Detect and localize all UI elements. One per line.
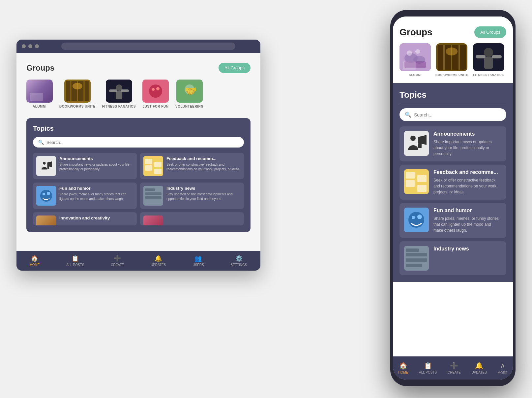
desktop-all-groups-button[interactable]: All Groups	[219, 63, 251, 73]
mobile-topic-fun[interactable]: Fun and humor Share jokes, memes, or fun…	[399, 203, 506, 238]
mobile-topic-announcements-desc: Share important news or updates about yo…	[433, 139, 502, 157]
desktop-group-bookworms-img	[64, 80, 91, 103]
desktop-nav-create[interactable]: ➕ CREATE	[111, 255, 124, 267]
desktop-topic-misc[interactable]	[140, 212, 244, 225]
desktop-topic-industry[interactable]: Industry news Stay updated on the latest…	[140, 182, 244, 209]
svg-rect-58	[417, 185, 427, 192]
svg-rect-55	[406, 172, 415, 179]
mobile-topic-industry-img	[404, 246, 429, 271]
desktop-group-fitness[interactable]: FITNESS FANATICS	[102, 80, 136, 108]
desktop-topic-misc-img	[143, 216, 163, 225]
mobile-topic-feedback[interactable]: Feedback and recomme... Seek or offer co…	[399, 165, 506, 200]
url-bar[interactable]	[61, 43, 235, 50]
desktop-topics-grid: Announcements Share important news or up…	[33, 153, 244, 225]
desktop-topic-feedback-desc: Seek or offer constructive feedback and …	[166, 162, 241, 172]
mobile-groups-title: Groups	[399, 27, 432, 38]
mobile-nav-updates[interactable]: 🔔 UPDATES	[471, 362, 487, 374]
desktop-nav-home-label: HOME	[30, 263, 40, 267]
desktop-nav-settings[interactable]: ⚙️ SETTINGS	[231, 255, 247, 267]
desktop-nav-updates[interactable]: 🔔 UPDATES	[151, 255, 166, 267]
desktop-nav-home[interactable]: 🏠 HOME	[30, 255, 40, 267]
mobile-groups-section: Groups All Groups	[393, 17, 513, 83]
desktop-topic-feedback-name: Feedback and recomm...	[166, 156, 241, 161]
svg-rect-66	[406, 249, 419, 252]
mobile-group-fitness-label: FITNESS FANATICS	[473, 73, 504, 77]
desktop-groups-title: Groups	[26, 63, 54, 73]
svg-rect-39	[404, 61, 426, 68]
mobile-allposts-icon: 📋	[424, 362, 432, 370]
desktop-topic-fun-text: Fun and humor Share jokes, memes, or fun…	[59, 186, 133, 201]
svg-point-28	[43, 193, 45, 195]
mobile-group-fitness[interactable]: FITNESS FANATICS	[473, 43, 504, 77]
mobile-nav-create[interactable]: ➕ CREATE	[448, 362, 461, 374]
window-maximize-dot	[35, 44, 39, 48]
svg-text:🤝: 🤝	[185, 85, 197, 97]
desktop-topic-announcements-text: Announcements Share important news or up…	[59, 156, 133, 172]
desktop-topic-innovation[interactable]: Innovation and creativity	[33, 212, 137, 225]
mobile-nav-home[interactable]: 🏠 HOME	[398, 362, 408, 374]
desktop-group-bookworms[interactable]: BOOKWORMS UNITE	[59, 80, 96, 108]
desktop-topic-announcements[interactable]: Announcements Share important news or up…	[33, 153, 137, 179]
mobile-topics-search-bar[interactable]: 🔍	[399, 108, 506, 121]
desktop-groups-row: ALUMNI BOOKWORMS UNITE	[26, 80, 251, 108]
users-icon: 👥	[194, 255, 202, 262]
mobile-nav-allposts-label: ALL POSTS	[419, 371, 437, 374]
mobile-topic-announcements-name: Announcements	[433, 131, 502, 137]
svg-rect-23	[145, 165, 152, 171]
svg-point-37	[407, 50, 412, 56]
desktop-topics-title: Topics	[33, 125, 244, 132]
desktop-app: Groups All Groups ALUMNI	[16, 53, 260, 271]
desktop-topic-feedback[interactable]: Feedback and recomm... Seek or offer con…	[140, 153, 244, 179]
desktop-topic-industry-desc: Stay updated on the latest developments …	[166, 192, 241, 201]
desktop-nav-allposts-label: ALL POSTS	[66, 263, 84, 267]
svg-point-14	[156, 87, 160, 90]
desktop-groups-header: Groups All Groups	[26, 63, 251, 73]
desktop-topic-industry-text: Industry news Stay updated on the latest…	[166, 186, 241, 201]
desktop-nav-allposts[interactable]: 📋 ALL POSTS	[66, 255, 84, 267]
desktop-nav-updates-label: UPDATES	[151, 263, 166, 267]
mobile-topic-feedback-desc: Seek or offer constructive feedback and …	[433, 177, 502, 195]
svg-rect-24	[154, 162, 162, 167]
mobile-screen: Groups All Groups	[393, 17, 513, 380]
desktop-group-volunteering-img: 🤝	[176, 80, 203, 103]
mobile-topic-industry-text: Industry news	[433, 246, 469, 254]
mobile-groups-row: ALUMNI B	[399, 43, 506, 77]
mobile-topic-fun-text: Fun and humor Share jokes, memes, or fun…	[433, 208, 502, 233]
mobile-topic-industry[interactable]: Industry news	[399, 241, 506, 275]
desktop-content: Groups All Groups ALUMNI	[16, 53, 260, 271]
svg-rect-50	[492, 55, 502, 58]
svg-point-45	[446, 48, 458, 55]
mobile-all-groups-button[interactable]: All Groups	[474, 26, 506, 38]
mobile-topic-industry-name: Industry news	[433, 246, 469, 252]
mobile-updates-icon: 🔔	[475, 362, 483, 370]
desktop-topics-section: Topics 🔍	[26, 118, 251, 232]
mobile-search-input[interactable]	[414, 112, 501, 117]
desktop-nav-users[interactable]: 👥 USERS	[192, 255, 204, 267]
mobile-group-alumni[interactable]: ALUMNI	[399, 43, 431, 77]
desktop-nav-users-label: USERS	[192, 263, 204, 267]
desktop-topic-fun[interactable]: Fun and humor Share jokes, memes, or fun…	[33, 182, 137, 209]
svg-point-62	[417, 215, 422, 219]
mobile-nav-allposts[interactable]: 📋 ALL POSTS	[419, 362, 437, 374]
desktop-topic-fun-img	[36, 186, 56, 206]
desktop-group-volunteering[interactable]: 🤝 VOLUNTEERING	[175, 80, 203, 108]
mobile-topic-feedback-text: Feedback and recomme... Seek or offer co…	[433, 169, 502, 195]
mobile-group-bookworms[interactable]: BOOKWORMS UNITE	[435, 43, 468, 77]
mobile-nav-create-label: CREATE	[448, 371, 461, 374]
desktop-group-fun[interactable]: JUST FOR FUN	[142, 80, 169, 108]
desktop-topics-search-bar[interactable]: 🔍	[33, 137, 244, 148]
desktop-group-alumni[interactable]: ALUMNI	[26, 80, 53, 108]
desktop-topic-announcements-img	[36, 156, 56, 176]
mobile-nav-more[interactable]: ∧ MORE	[498, 361, 508, 375]
desktop-group-alumni-label: ALUMNI	[33, 105, 46, 108]
mobile-group-fitness-img	[473, 43, 504, 71]
svg-point-29	[47, 192, 50, 195]
svg-rect-9	[109, 89, 117, 92]
window-minimize-dot	[28, 44, 32, 48]
desktop-search-input[interactable]	[46, 140, 239, 145]
desktop-group-bookworms-label: BOOKWORMS UNITE	[59, 105, 96, 108]
mobile-topic-fun-desc: Share jokes, memes, or funny stories tha…	[433, 216, 502, 233]
mobile-topic-announcements[interactable]: Announcements Share important news or up…	[399, 126, 506, 161]
mobile-topics-section: Topics 🔍	[393, 83, 513, 282]
svg-rect-33	[145, 188, 155, 191]
